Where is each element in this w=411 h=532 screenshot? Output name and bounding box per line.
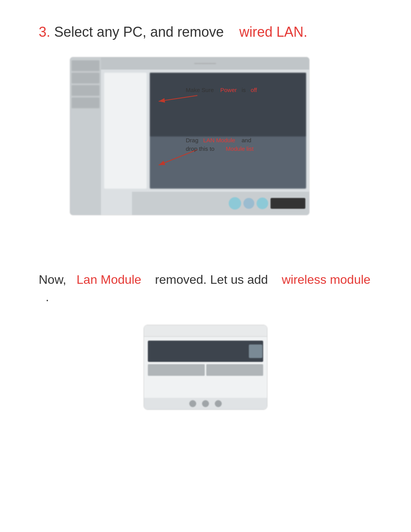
sc2-mid-panel (148, 364, 263, 376)
ui-content-area (101, 70, 309, 192)
ui-sidebar (70, 57, 101, 215)
now-label: Now, (39, 273, 66, 286)
sc2-gray-box1 (148, 364, 205, 376)
bottom-text: Now, Lan Module removed. Let us add wire… (39, 271, 372, 306)
screenshot1: ────── (70, 57, 310, 215)
step-number: 3. (39, 24, 50, 40)
ui-sidebar-item (72, 60, 99, 71)
sc2-gray-box2 (206, 364, 263, 376)
ui-panel-left (104, 73, 147, 189)
sc2-content (144, 337, 267, 380)
ui-top-bar-text: ────── (194, 60, 216, 66)
period: . (46, 290, 49, 304)
screenshot2 (144, 325, 267, 410)
ui-top-bar: ────── (101, 57, 309, 70)
ui-icon-circle3 (257, 198, 268, 209)
sc2-bottom-bar (144, 398, 267, 409)
ui-apply-button (271, 198, 305, 209)
removed-label: removed. Let us add (155, 273, 268, 286)
heading-normal: Select any PC, and remove (54, 24, 224, 40)
step-heading: 3. Select any PC, and remove wired LAN. (39, 23, 372, 41)
sc2-dark-bar (148, 341, 263, 362)
heading-highlight: wired LAN. (239, 24, 307, 40)
ui-sidebar-item (72, 73, 99, 84)
ui-icon-circle2 (243, 198, 254, 209)
sc2-dot1 (189, 400, 196, 407)
ui-sidebar-item (72, 97, 99, 108)
sc2-image-thumbnail (249, 344, 262, 358)
ui-panel-dark-box (150, 73, 306, 136)
ui-icon-circle (229, 197, 241, 210)
ui-bottom-bar (132, 192, 309, 215)
sc2-top-bar (144, 325, 267, 337)
lan-module-bottom-label: Lan Module (77, 273, 141, 286)
bottom-section: Now, Lan Module removed. Let us add wire… (39, 271, 372, 410)
ui-main: ────── (101, 57, 309, 215)
wireless-module-label: wireless module (282, 273, 370, 286)
ui-sidebar-item (72, 85, 99, 96)
sc2-dot2 (202, 400, 209, 407)
screenshot1-wrapper: ────── (54, 57, 310, 246)
ui-panel-center (150, 73, 306, 189)
sc2-dot3 (215, 400, 222, 407)
